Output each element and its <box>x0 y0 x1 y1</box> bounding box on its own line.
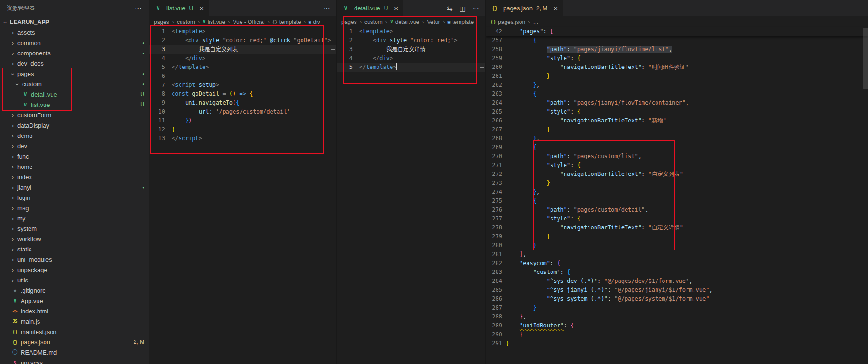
breadcrumb-item-list-vue[interactable]: Vlist.vue <box>203 19 225 25</box>
chevron-icon[interactable]: › <box>9 246 16 253</box>
chevron-icon[interactable]: › <box>9 266 16 273</box>
tree-folder-system[interactable]: ›system <box>0 223 149 234</box>
tree-folder-home[interactable]: ›home <box>0 161 149 172</box>
tree-folder-learun-app[interactable]: ›LEARUN_APP <box>0 17 149 27</box>
tree-folder-jianyi[interactable]: ›jianyi● <box>0 182 149 192</box>
chevron-icon[interactable]: › <box>9 184 16 191</box>
chevron-icon[interactable]: › <box>2 19 9 26</box>
code-line[interactable]: 261 } <box>486 72 868 81</box>
code-line[interactable]: 272 "navigationBarTitleText": "自定义列表" <box>486 170 868 179</box>
code-line[interactable]: 284 "^sys-dev-(.*)": "@/pages/dev/$1/for… <box>486 277 868 286</box>
code-line[interactable]: 11 }) <box>149 116 336 125</box>
close-icon[interactable]: × <box>553 5 558 12</box>
tree-folder-my[interactable]: ›my <box>0 213 149 223</box>
code-line[interactable]: 274 }, <box>486 188 868 197</box>
breadcrumb-item-vetur[interactable]: Vetur <box>427 19 440 25</box>
code-line[interactable]: 263 { <box>486 90 868 99</box>
code-line[interactable]: 259 "style": { <box>486 54 868 63</box>
code-line[interactable]: 3 我是自定义列表 <box>149 45 336 54</box>
chevron-icon[interactable]: › <box>9 174 16 181</box>
tree-file-pages-json[interactable]: {}pages.json2, M <box>0 337 149 347</box>
code-line[interactable]: 2 <div style="color: red;" @click="goDet… <box>149 36 336 45</box>
tree-folder-dev-docs[interactable]: ›dev_docs <box>0 58 149 68</box>
code-line[interactable]: 264 "path": "pages/jianyi/flowTime/conta… <box>486 99 868 107</box>
breadcrumb-item-pages-json[interactable]: {}pages.json <box>491 19 525 25</box>
code-line[interactable]: 265 "style": { <box>486 107 868 116</box>
code-line[interactable]: 42 "pages": [ <box>486 27 868 36</box>
tree-folder-assets[interactable]: ›assets <box>0 27 149 38</box>
tree-folder-func[interactable]: ›func <box>0 151 149 161</box>
chevron-icon[interactable]: › <box>9 132 16 139</box>
code-line[interactable]: 6 <box>149 72 336 81</box>
code-line[interactable]: 277 "style": { <box>486 214 868 223</box>
chevron-icon[interactable]: › <box>9 71 16 77</box>
code-line[interactable]: 267 } <box>486 125 868 134</box>
tree-folder-customform[interactable]: ›customForm <box>0 110 149 120</box>
tree-file-list-vue[interactable]: Vlist.vueU <box>0 99 149 110</box>
code-line[interactable]: 270 "path": "pages/custom/list", <box>486 152 868 161</box>
code-line[interactable]: 9 uni.navigateTo({ <box>149 99 336 107</box>
more-actions-icon[interactable]: ⋯ <box>324 5 330 12</box>
breadcrumb-item-detail-vue[interactable]: Vdetail.vue <box>390 19 419 25</box>
tree-file-main-js[interactable]: JSmain.js <box>0 316 149 326</box>
code-line[interactable]: 283 "custom": { <box>486 268 868 277</box>
code-line[interactable]: 13</script> <box>149 134 336 143</box>
tree-folder-msg[interactable]: ›msg <box>0 203 149 213</box>
tree-folder-components[interactable]: ›components● <box>0 48 149 58</box>
code-line[interactable]: 12} <box>149 125 336 134</box>
chevron-icon[interactable]: › <box>9 112 16 119</box>
breadcrumb-item-template[interactable]: ▣template <box>448 19 474 25</box>
code-line[interactable]: 273 } <box>486 179 868 188</box>
code-line[interactable]: 271 "style": { <box>486 161 868 170</box>
code-line[interactable]: 279 } <box>486 232 868 241</box>
chevron-icon[interactable]: › <box>9 205 16 212</box>
chevron-icon[interactable]: › <box>9 153 16 160</box>
tree-file-manifest-json[interactable]: {}manifest.json <box>0 326 149 337</box>
code-line[interactable]: 258 "path": "pages/jianyi/flowTime/list"… <box>486 45 868 54</box>
breadcrumb-item-custom[interactable]: custom <box>364 19 383 25</box>
breadcrumb-item-[interactable]: … <box>533 19 538 25</box>
chevron-icon[interactable]: › <box>9 143 16 150</box>
code-area[interactable]: 42 "pages": [257 {258 "path": "pages/jia… <box>486 27 868 364</box>
tree-folder-pages[interactable]: ›pages● <box>0 68 149 79</box>
code-line[interactable]: 4 </div> <box>337 54 485 63</box>
code-line[interactable]: 2 <div style="color: red;"> <box>337 36 485 45</box>
tab-detail-vue[interactable]: Vdetail.vueU× <box>337 0 403 16</box>
tree-folder-utils[interactable]: ›utils <box>0 275 149 285</box>
tree-folder-common[interactable]: ›common● <box>0 38 149 48</box>
chevron-icon[interactable]: › <box>9 122 16 129</box>
chevron-icon[interactable]: › <box>14 81 21 88</box>
chevron-icon[interactable]: › <box>9 60 16 67</box>
breadcrumb-item-template[interactable]: {}template <box>272 19 301 25</box>
code-line[interactable]: 285 "^sys-jianyi-(.*)": "@/pages/jianyi/… <box>486 286 868 295</box>
code-line[interactable]: 266 "navigationBarTitleText": "新增" <box>486 116 868 125</box>
code-line[interactable]: 276 "path": "pages/custom/detail", <box>486 205 868 214</box>
breadcrumb-item-pages[interactable]: pages <box>341 19 357 25</box>
code-line[interactable]: 1<template> <box>149 27 336 36</box>
tree-folder-index[interactable]: ›index <box>0 172 149 182</box>
more-actions-icon[interactable]: ⋯ <box>473 5 479 12</box>
code-line[interactable]: 7<script setup> <box>149 81 336 90</box>
code-line[interactable]: 3 我是自定义详情 <box>337 45 485 54</box>
chevron-icon[interactable]: › <box>9 50 16 57</box>
close-icon[interactable]: × <box>394 5 398 12</box>
chevron-icon[interactable]: › <box>9 39 16 46</box>
code-line[interactable]: 289 "uniIdRouter": { <box>486 321 868 330</box>
code-line[interactable]: 268 }, <box>486 134 868 143</box>
code-line[interactable]: 5</template> <box>149 63 336 72</box>
tree-file-detail-vue[interactable]: Vdetail.vueU <box>0 89 149 99</box>
open-changes-icon[interactable]: ⇆ <box>447 5 453 12</box>
tree-folder-login[interactable]: ›login <box>0 192 149 203</box>
chevron-icon[interactable]: › <box>9 235 16 243</box>
tab-pages-json[interactable]: {}pages.json2, M× <box>486 0 563 16</box>
breadcrumb-item-vue-official[interactable]: Vue - Official <box>233 19 264 25</box>
breadcrumb-item-pages[interactable]: pages <box>154 19 169 25</box>
code-line[interactable]: 1<template> <box>337 27 485 36</box>
split-editor-icon[interactable]: ◫ <box>460 5 466 12</box>
code-line[interactable]: 290 } <box>486 330 868 339</box>
code-line[interactable]: 281 ], <box>486 250 868 259</box>
code-line[interactable]: 287 } <box>486 303 868 312</box>
tree-folder-datadisplay[interactable]: ›dataDisplay <box>0 120 149 130</box>
tab-list-vue[interactable]: Vlist.vueU× <box>149 0 209 16</box>
tree-folder-uni-modules[interactable]: ›uni_modules <box>0 254 149 265</box>
